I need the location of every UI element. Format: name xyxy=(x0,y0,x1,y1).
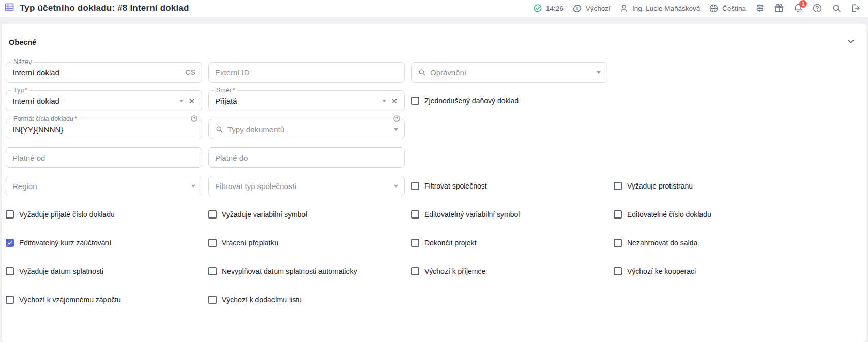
chevron-down-icon[interactable] xyxy=(382,100,386,102)
region-input[interactable] xyxy=(12,182,187,191)
checkbox-box[interactable] xyxy=(208,267,217,275)
page-title: Typ účetního dokladu: #8 Interní doklad xyxy=(20,3,189,13)
required-mark: * xyxy=(233,87,235,94)
checkbox-option[interactable]: Vyžaduje datum splatnosti xyxy=(6,267,202,275)
checkbox-row: Výchozí k vzájemnému zápočtu Výchozí k d… xyxy=(6,289,866,310)
checkbox-vyzaduje-protistranu[interactable]: Vyžaduje protistranu xyxy=(614,182,810,190)
checkbox-box[interactable] xyxy=(6,239,14,247)
checkbox-label: Výchozí k dodacímu listu xyxy=(222,296,302,304)
platne-od-input[interactable] xyxy=(12,153,195,162)
checkbox-box[interactable] xyxy=(6,267,14,275)
help-icon[interactable] xyxy=(812,3,823,13)
checkbox-option[interactable]: Nezahrnovat do salda xyxy=(614,239,810,247)
help-circle-icon[interactable] xyxy=(392,115,402,122)
opravneni-input[interactable] xyxy=(430,68,592,77)
checkbox-option[interactable]: Nevyplňovat datum splatnosti automaticky xyxy=(208,267,405,275)
nazev-field[interactable]: Název CS xyxy=(6,62,202,83)
checkbox-box[interactable] xyxy=(6,210,14,219)
format-cisla-dokladu-field[interactable]: Formát čísla dokladu* xyxy=(6,119,202,139)
chevron-down-icon[interactable] xyxy=(597,71,601,74)
required-mark: * xyxy=(25,87,27,94)
externi-id-input[interactable] xyxy=(215,68,398,77)
region-field[interactable] xyxy=(6,176,202,196)
format-input[interactable] xyxy=(12,125,195,134)
checkbox-box[interactable] xyxy=(614,239,622,247)
nazev-input[interactable] xyxy=(12,68,181,77)
chevron-down-icon[interactable] xyxy=(394,185,398,188)
document-type-table-icon xyxy=(4,2,14,14)
currency-badge-icon: $ xyxy=(572,4,582,13)
search-icon xyxy=(215,125,223,133)
whats-new-gift-icon[interactable] xyxy=(774,3,784,13)
user-name: Ing. Lucie Maňásková xyxy=(632,5,700,12)
checkbox-box[interactable] xyxy=(411,239,419,247)
checkbox-option[interactable]: Vyžaduje přijaté číslo dokladu xyxy=(6,210,202,219)
help-circle-icon[interactable] xyxy=(189,115,199,122)
checkbox-filtrovat-spolecnost[interactable]: Filtrovat společnost xyxy=(411,182,607,190)
language-suffix[interactable]: CS xyxy=(186,68,195,76)
platne-od-field[interactable] xyxy=(6,147,202,168)
checkbox-label: Nevyplňovat datum splatnosti automaticky xyxy=(222,267,357,275)
checkbox-box[interactable] xyxy=(411,267,419,275)
clear-icon[interactable]: ✕ xyxy=(188,97,195,105)
nazev-label: Název xyxy=(13,58,32,66)
checkbox-zjednoduseny-danovy-doklad[interactable]: Zjednodušený daňový doklad xyxy=(411,97,607,105)
checkbox-option[interactable]: Výchozí ke kooperaci xyxy=(614,267,810,275)
logout-icon[interactable] xyxy=(850,3,861,13)
chevron-down-icon[interactable] xyxy=(179,100,184,102)
checkbox-option[interactable]: Vyžaduje variabilní symbol xyxy=(208,210,405,219)
checkbox-box[interactable] xyxy=(6,296,14,304)
typ-input[interactable] xyxy=(12,97,175,105)
globe-icon xyxy=(709,4,719,13)
checkbox-box[interactable] xyxy=(208,210,217,219)
checkbox-label: Nezahrnovat do salda xyxy=(627,239,697,247)
currency-label: Výchozí xyxy=(586,5,611,12)
general-panel: Obecné Název CS xyxy=(2,24,866,342)
checkbox-box[interactable] xyxy=(614,182,622,190)
search-icon[interactable] xyxy=(831,3,842,13)
document-type-form: Název CS Typ* xyxy=(2,49,866,310)
typ-label: Typ xyxy=(13,87,24,94)
guide-signpost-icon[interactable] xyxy=(755,3,765,13)
typy-dokumentu-field[interactable] xyxy=(208,119,405,139)
smer-input[interactable] xyxy=(215,97,378,105)
checkbox-option[interactable]: Editovatelný kurz zaúčtování xyxy=(6,239,202,247)
currency-selector[interactable]: $ Výchozí xyxy=(572,4,611,13)
externi-id-field[interactable] xyxy=(208,62,405,83)
smer-field[interactable]: Směr* ✕ xyxy=(208,90,405,111)
notification-count-badge: 1 xyxy=(799,0,807,8)
checkbox-label: Editovatelný variabilní symbol xyxy=(424,210,520,219)
checkbox-option[interactable]: Editovatelný variabilní symbol xyxy=(411,210,607,219)
checkbox-box[interactable] xyxy=(208,296,217,304)
collapse-chevron-down-icon[interactable] xyxy=(846,36,856,49)
checkbox-option[interactable]: Výchozí k vzájemnému zápočtu xyxy=(6,296,202,304)
notifications-bell-icon[interactable]: 1 xyxy=(793,3,803,13)
checkbox-box[interactable] xyxy=(411,97,419,105)
svg-text:$: $ xyxy=(576,6,578,11)
opravneni-field[interactable] xyxy=(411,62,607,83)
checkbox-box[interactable] xyxy=(208,239,217,247)
typ-field[interactable]: Typ* ✕ xyxy=(6,90,202,111)
language-selector[interactable]: Čeština xyxy=(709,4,746,13)
section-header-obecne[interactable]: Obecné xyxy=(2,24,866,49)
filtrovat-typ-spolecnosti-field[interactable] xyxy=(208,176,405,196)
platne-do-input[interactable] xyxy=(215,153,398,162)
clear-icon[interactable]: ✕ xyxy=(390,97,398,105)
chevron-down-icon[interactable] xyxy=(191,185,195,188)
platne-do-field[interactable] xyxy=(208,147,405,168)
checkbox-option[interactable]: Výchozí k dodacímu listu xyxy=(208,296,405,304)
checkbox-label: Výchozí ke kooperaci xyxy=(627,267,696,275)
checkbox-box[interactable] xyxy=(411,182,419,190)
language-label: Čeština xyxy=(722,5,746,12)
checkbox-box[interactable] xyxy=(614,210,622,219)
chevron-down-icon[interactable] xyxy=(394,128,398,131)
checkbox-option[interactable]: Dokončit projekt xyxy=(411,239,607,247)
typy-dokumentu-input[interactable] xyxy=(227,125,390,134)
user-menu[interactable]: Ing. Lucie Maňásková xyxy=(619,4,700,13)
filtrovat-typ-input[interactable] xyxy=(215,182,390,191)
checkbox-box[interactable] xyxy=(614,267,622,275)
checkbox-option[interactable]: Výchozí k příjemce xyxy=(411,267,607,275)
checkbox-box[interactable] xyxy=(411,210,419,219)
checkbox-option[interactable]: Vrácení přeplatku xyxy=(208,239,405,247)
checkbox-option[interactable]: Editovatelné číslo dokladu xyxy=(614,210,810,219)
